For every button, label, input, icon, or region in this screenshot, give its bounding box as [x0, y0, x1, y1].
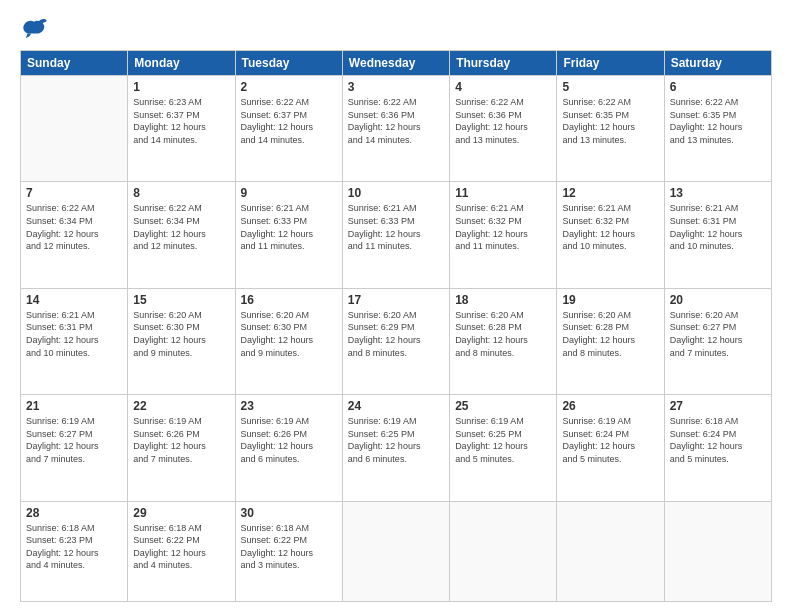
calendar-cell: 12Sunrise: 6:21 AM Sunset: 6:32 PM Dayli… [557, 182, 664, 288]
day-number: 26 [562, 399, 658, 413]
day-info: Sunrise: 6:21 AM Sunset: 6:31 PM Dayligh… [26, 309, 122, 359]
calendar-cell [557, 501, 664, 601]
calendar-cell: 10Sunrise: 6:21 AM Sunset: 6:33 PM Dayli… [342, 182, 449, 288]
calendar-cell [21, 76, 128, 182]
calendar-week-row: 7Sunrise: 6:22 AM Sunset: 6:34 PM Daylig… [21, 182, 772, 288]
day-number: 23 [241, 399, 337, 413]
day-info: Sunrise: 6:22 AM Sunset: 6:35 PM Dayligh… [670, 96, 766, 146]
day-info: Sunrise: 6:21 AM Sunset: 6:33 PM Dayligh… [241, 202, 337, 252]
calendar-cell: 11Sunrise: 6:21 AM Sunset: 6:32 PM Dayli… [450, 182, 557, 288]
day-number: 3 [348, 80, 444, 94]
calendar-cell: 13Sunrise: 6:21 AM Sunset: 6:31 PM Dayli… [664, 182, 771, 288]
day-number: 18 [455, 293, 551, 307]
calendar-cell: 14Sunrise: 6:21 AM Sunset: 6:31 PM Dayli… [21, 288, 128, 394]
calendar-cell: 9Sunrise: 6:21 AM Sunset: 6:33 PM Daylig… [235, 182, 342, 288]
day-number: 12 [562, 186, 658, 200]
calendar-week-row: 1Sunrise: 6:23 AM Sunset: 6:37 PM Daylig… [21, 76, 772, 182]
day-number: 4 [455, 80, 551, 94]
day-info: Sunrise: 6:20 AM Sunset: 6:27 PM Dayligh… [670, 309, 766, 359]
day-number: 6 [670, 80, 766, 94]
day-number: 8 [133, 186, 229, 200]
calendar-cell: 23Sunrise: 6:19 AM Sunset: 6:26 PM Dayli… [235, 395, 342, 501]
day-number: 1 [133, 80, 229, 94]
day-info: Sunrise: 6:22 AM Sunset: 6:34 PM Dayligh… [133, 202, 229, 252]
day-info: Sunrise: 6:21 AM Sunset: 6:32 PM Dayligh… [455, 202, 551, 252]
day-number: 25 [455, 399, 551, 413]
page: SundayMondayTuesdayWednesdayThursdayFrid… [0, 0, 792, 612]
day-number: 2 [241, 80, 337, 94]
calendar-cell: 30Sunrise: 6:18 AM Sunset: 6:22 PM Dayli… [235, 501, 342, 601]
day-info: Sunrise: 6:19 AM Sunset: 6:26 PM Dayligh… [241, 415, 337, 465]
day-number: 22 [133, 399, 229, 413]
day-info: Sunrise: 6:22 AM Sunset: 6:37 PM Dayligh… [241, 96, 337, 146]
day-info: Sunrise: 6:18 AM Sunset: 6:23 PM Dayligh… [26, 522, 122, 572]
day-info: Sunrise: 6:20 AM Sunset: 6:28 PM Dayligh… [455, 309, 551, 359]
day-number: 16 [241, 293, 337, 307]
day-number: 9 [241, 186, 337, 200]
calendar-table: SundayMondayTuesdayWednesdayThursdayFrid… [20, 50, 772, 602]
calendar-cell: 7Sunrise: 6:22 AM Sunset: 6:34 PM Daylig… [21, 182, 128, 288]
calendar-cell: 19Sunrise: 6:20 AM Sunset: 6:28 PM Dayli… [557, 288, 664, 394]
day-number: 29 [133, 506, 229, 520]
day-number: 7 [26, 186, 122, 200]
day-number: 15 [133, 293, 229, 307]
day-info: Sunrise: 6:22 AM Sunset: 6:36 PM Dayligh… [455, 96, 551, 146]
calendar-week-row: 28Sunrise: 6:18 AM Sunset: 6:23 PM Dayli… [21, 501, 772, 601]
day-number: 21 [26, 399, 122, 413]
day-number: 27 [670, 399, 766, 413]
weekday-header: Saturday [664, 51, 771, 76]
calendar-cell: 6Sunrise: 6:22 AM Sunset: 6:35 PM Daylig… [664, 76, 771, 182]
weekday-header: Tuesday [235, 51, 342, 76]
day-info: Sunrise: 6:20 AM Sunset: 6:29 PM Dayligh… [348, 309, 444, 359]
day-info: Sunrise: 6:19 AM Sunset: 6:25 PM Dayligh… [348, 415, 444, 465]
calendar-cell: 25Sunrise: 6:19 AM Sunset: 6:25 PM Dayli… [450, 395, 557, 501]
logo-bird-icon [20, 18, 48, 40]
calendar-cell: 26Sunrise: 6:19 AM Sunset: 6:24 PM Dayli… [557, 395, 664, 501]
calendar-week-row: 14Sunrise: 6:21 AM Sunset: 6:31 PM Dayli… [21, 288, 772, 394]
day-number: 28 [26, 506, 122, 520]
calendar-week-row: 21Sunrise: 6:19 AM Sunset: 6:27 PM Dayli… [21, 395, 772, 501]
day-info: Sunrise: 6:21 AM Sunset: 6:32 PM Dayligh… [562, 202, 658, 252]
calendar-cell: 22Sunrise: 6:19 AM Sunset: 6:26 PM Dayli… [128, 395, 235, 501]
calendar-cell: 17Sunrise: 6:20 AM Sunset: 6:29 PM Dayli… [342, 288, 449, 394]
day-info: Sunrise: 6:20 AM Sunset: 6:28 PM Dayligh… [562, 309, 658, 359]
calendar-cell [664, 501, 771, 601]
calendar-cell [342, 501, 449, 601]
day-number: 19 [562, 293, 658, 307]
weekday-header: Monday [128, 51, 235, 76]
weekday-header: Wednesday [342, 51, 449, 76]
day-info: Sunrise: 6:22 AM Sunset: 6:34 PM Dayligh… [26, 202, 122, 252]
day-info: Sunrise: 6:21 AM Sunset: 6:33 PM Dayligh… [348, 202, 444, 252]
day-info: Sunrise: 6:18 AM Sunset: 6:24 PM Dayligh… [670, 415, 766, 465]
day-info: Sunrise: 6:20 AM Sunset: 6:30 PM Dayligh… [133, 309, 229, 359]
day-info: Sunrise: 6:19 AM Sunset: 6:27 PM Dayligh… [26, 415, 122, 465]
calendar-cell: 1Sunrise: 6:23 AM Sunset: 6:37 PM Daylig… [128, 76, 235, 182]
calendar-cell: 5Sunrise: 6:22 AM Sunset: 6:35 PM Daylig… [557, 76, 664, 182]
day-info: Sunrise: 6:19 AM Sunset: 6:26 PM Dayligh… [133, 415, 229, 465]
day-number: 30 [241, 506, 337, 520]
day-info: Sunrise: 6:21 AM Sunset: 6:31 PM Dayligh… [670, 202, 766, 252]
calendar-cell: 28Sunrise: 6:18 AM Sunset: 6:23 PM Dayli… [21, 501, 128, 601]
logo [20, 18, 52, 40]
day-number: 20 [670, 293, 766, 307]
calendar-cell: 27Sunrise: 6:18 AM Sunset: 6:24 PM Dayli… [664, 395, 771, 501]
day-number: 5 [562, 80, 658, 94]
day-info: Sunrise: 6:23 AM Sunset: 6:37 PM Dayligh… [133, 96, 229, 146]
calendar-cell: 21Sunrise: 6:19 AM Sunset: 6:27 PM Dayli… [21, 395, 128, 501]
calendar-cell: 16Sunrise: 6:20 AM Sunset: 6:30 PM Dayli… [235, 288, 342, 394]
calendar-cell: 15Sunrise: 6:20 AM Sunset: 6:30 PM Dayli… [128, 288, 235, 394]
day-info: Sunrise: 6:19 AM Sunset: 6:24 PM Dayligh… [562, 415, 658, 465]
calendar-cell: 18Sunrise: 6:20 AM Sunset: 6:28 PM Dayli… [450, 288, 557, 394]
day-info: Sunrise: 6:22 AM Sunset: 6:35 PM Dayligh… [562, 96, 658, 146]
day-number: 17 [348, 293, 444, 307]
day-number: 11 [455, 186, 551, 200]
calendar-cell [450, 501, 557, 601]
calendar-cell: 4Sunrise: 6:22 AM Sunset: 6:36 PM Daylig… [450, 76, 557, 182]
weekday-header: Thursday [450, 51, 557, 76]
calendar-cell: 2Sunrise: 6:22 AM Sunset: 6:37 PM Daylig… [235, 76, 342, 182]
weekday-header: Friday [557, 51, 664, 76]
calendar-cell: 20Sunrise: 6:20 AM Sunset: 6:27 PM Dayli… [664, 288, 771, 394]
calendar-cell: 24Sunrise: 6:19 AM Sunset: 6:25 PM Dayli… [342, 395, 449, 501]
day-number: 13 [670, 186, 766, 200]
day-info: Sunrise: 6:20 AM Sunset: 6:30 PM Dayligh… [241, 309, 337, 359]
